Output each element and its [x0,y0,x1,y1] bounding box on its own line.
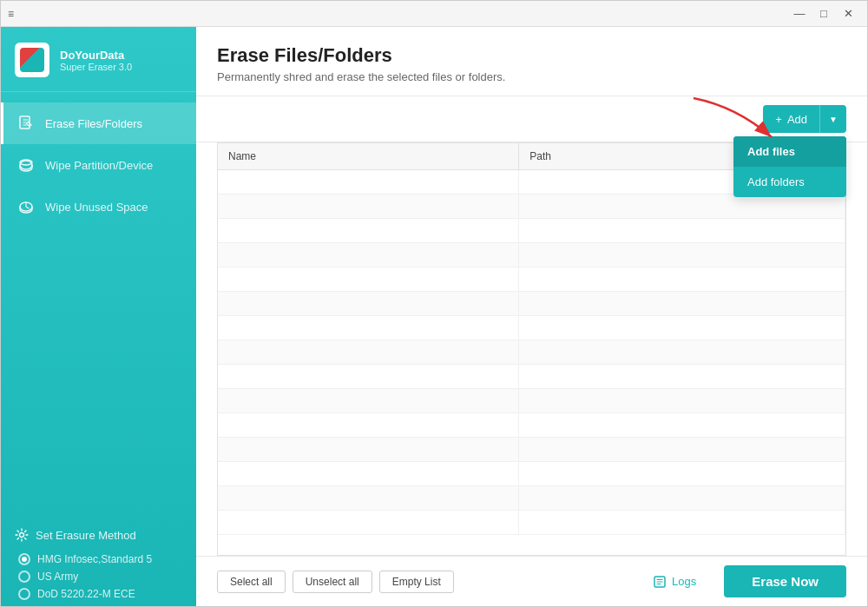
sidebar-label-unused: Wipe Unused Space [45,201,148,214]
table-row [218,219,845,243]
main-content: Erase Files/Folders Permanently shred an… [196,27,867,606]
sidebar-header: DoYourData Super Eraser 3.0 [1,27,196,92]
app-title: DoYourData Super Eraser 3.0 [60,49,132,72]
add-button-label: Add [787,113,807,126]
titlebar: ≡ — □ ✕ [1,1,867,27]
gear-icon [15,528,29,542]
bottom-left: Select all Unselect all Empty List [217,571,454,593]
select-all-button[interactable]: Select all [217,571,286,593]
unselect-all-button[interactable]: Unselect all [293,571,372,593]
sidebar-nav: Erase Files/Folders Wipe Partition/Devic… [1,99,196,519]
app-title-main: DoYourData [60,49,132,62]
minimize-button[interactable]: — [787,5,812,23]
table-row [218,243,845,267]
page-title: Erase Files/Folders [217,44,505,67]
add-button[interactable]: + Add ▼ [763,105,846,133]
main-header: Erase Files/Folders Permanently shred an… [196,27,867,96]
add-button-main[interactable]: + Add [763,105,820,133]
partition-icon [17,156,35,174]
table-row [218,195,845,219]
logs-link[interactable]: Logs [653,575,696,589]
app-window: ≡ — □ ✕ DoYourData Super Eraser 3.0 [0,0,868,607]
radio-usarmy[interactable]: US Army [18,568,182,585]
bottom-bar: Select all Unselect all Empty List Logs … [196,556,867,606]
app-title-sub: Super Eraser 3.0 [60,62,132,72]
radio-hmg-circle[interactable] [18,553,30,565]
sidebar-item-wipe-partition[interactable]: Wipe Partition/Device [1,144,196,186]
dropdown-menu: Add files Add folders [733,136,846,197]
toolbar: + Add ▼ Add files Add folders [196,96,867,142]
table-row [218,365,845,389]
table-row [218,462,845,486]
maximize-button[interactable]: □ [812,5,836,23]
unused-icon [17,198,35,215]
app-body: DoYourData Super Eraser 3.0 Erase Files/… [1,27,867,606]
table-row [218,511,845,535]
table-row [218,389,845,413]
add-button-arrow[interactable]: ▼ [820,105,846,133]
table-row [218,486,845,511]
file-table: Name Path [218,143,845,535]
radio-dod[interactable]: DoD 5220.22-M ECE [18,585,182,603]
app-logo [15,43,49,77]
menu-icon[interactable]: ≡ [8,8,14,20]
close-button[interactable]: ✕ [836,5,860,23]
sidebar-label-erase: Erase Files/Folders [45,117,142,130]
sidebar-item-wipe-unused[interactable]: Wipe Unused Space [1,186,196,228]
svg-point-4 [20,533,24,538]
table-row [218,413,845,438]
logs-label: Logs [672,575,696,588]
table-body [218,170,845,535]
plus-icon: + [775,113,782,126]
dropdown-add-folders[interactable]: Add folders [733,167,846,197]
radio-dod-circle[interactable] [18,588,30,600]
erasure-section: Set Erasure Method HMG Infosec,Standard … [1,519,196,606]
erase-now-button[interactable]: Erase Now [724,565,846,597]
sidebar-label-partition: Wipe Partition/Device [45,159,153,172]
sidebar: DoYourData Super Eraser 3.0 Erase Files/… [1,27,196,606]
file-icon [17,115,35,132]
table-row [218,267,845,292]
dropdown-add-files[interactable]: Add files [733,136,846,167]
radio-hmg[interactable]: HMG Infosec,Standard 5 [18,551,182,568]
table-row [218,292,845,316]
table-row [218,340,845,365]
page-subtitle: Permanently shred and erase the selected… [217,70,505,83]
erasure-options: HMG Infosec,Standard 5 US Army DoD 5220.… [15,551,182,603]
app-logo-inner [20,48,44,72]
table-row [218,316,845,340]
table-row [218,438,845,462]
radio-usarmy-circle[interactable] [18,571,30,583]
logs-icon [653,575,667,589]
erasure-title: Set Erasure Method [15,528,182,542]
sidebar-item-erase-files[interactable]: Erase Files/Folders [1,102,196,144]
col-name: Name [218,143,519,170]
table-container: Name Path [217,142,846,556]
empty-list-button[interactable]: Empty List [379,571,454,593]
